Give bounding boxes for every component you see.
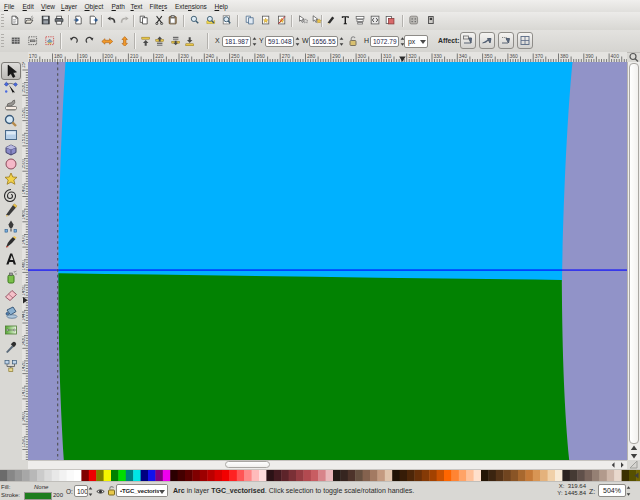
svg-text:240: 240 bbox=[206, 53, 215, 59]
svg-text:270: 270 bbox=[282, 53, 291, 59]
svg-text:190: 190 bbox=[79, 53, 88, 59]
svg-text:180: 180 bbox=[54, 53, 63, 59]
svg-text:390: 390 bbox=[585, 53, 594, 59]
svg-text:1480: 1480 bbox=[22, 209, 26, 220]
svg-text:1460: 1460 bbox=[22, 260, 26, 271]
svg-text:1490: 1490 bbox=[22, 184, 26, 195]
svg-text:360: 360 bbox=[509, 53, 518, 59]
svg-text:1420: 1420 bbox=[22, 361, 26, 372]
svg-text:170: 170 bbox=[29, 53, 38, 59]
svg-text:330: 330 bbox=[434, 53, 443, 59]
svg-text:350: 350 bbox=[484, 53, 493, 59]
svg-text:1470: 1470 bbox=[22, 234, 26, 245]
svg-text:1510: 1510 bbox=[22, 133, 26, 144]
svg-text:1430: 1430 bbox=[22, 336, 26, 347]
svg-text:1400: 1400 bbox=[22, 412, 26, 423]
svg-text:1410: 1410 bbox=[22, 386, 26, 397]
svg-text:310: 310 bbox=[383, 53, 392, 59]
svg-text:1540: 1540 bbox=[22, 62, 26, 68]
svg-text:1390: 1390 bbox=[22, 437, 26, 448]
svg-text:200: 200 bbox=[105, 53, 114, 59]
svg-text:400: 400 bbox=[611, 53, 620, 59]
svg-text:1500: 1500 bbox=[22, 159, 26, 170]
svg-text:220: 220 bbox=[155, 53, 164, 59]
svg-text:260: 260 bbox=[256, 53, 265, 59]
svg-text:1520: 1520 bbox=[22, 108, 26, 119]
svg-text:320: 320 bbox=[408, 53, 417, 59]
svg-text:210: 210 bbox=[130, 53, 139, 59]
svg-text:280: 280 bbox=[307, 53, 316, 59]
svg-text:1440: 1440 bbox=[22, 310, 26, 321]
svg-text:1530: 1530 bbox=[22, 83, 26, 94]
svg-text:230: 230 bbox=[181, 53, 190, 59]
svg-text:300: 300 bbox=[358, 53, 367, 59]
svg-text:250: 250 bbox=[231, 53, 240, 59]
svg-text:370: 370 bbox=[535, 53, 544, 59]
svg-text:340: 340 bbox=[459, 53, 468, 59]
svg-text:1450: 1450 bbox=[22, 285, 26, 296]
svg-text:290: 290 bbox=[332, 53, 341, 59]
svg-text:380: 380 bbox=[560, 53, 569, 59]
